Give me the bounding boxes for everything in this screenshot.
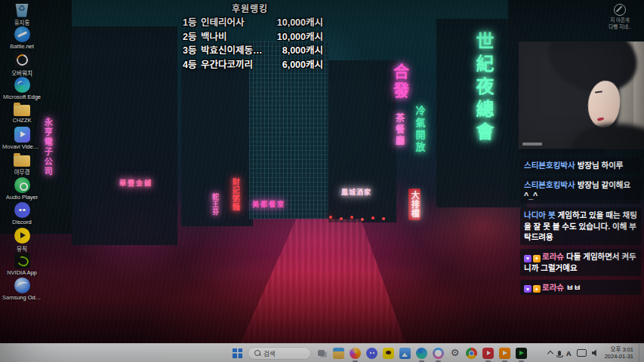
ranking-row: 3등박효신이제동…8,000캐시 (174, 42, 326, 57)
desktop-icon-label: 오버워치 (11, 69, 32, 77)
chat-username: 로라슈 (542, 252, 564, 261)
ranking-amount: 6,000캐시 (266, 57, 326, 71)
music-icon (14, 228, 30, 244)
kakaotalk-taskbar-icon[interactable] (383, 348, 394, 359)
taskbar-apps (316, 348, 527, 359)
ranking-rank: 3등 (174, 42, 201, 57)
edge-icon (14, 77, 30, 93)
ranking-name: 나비아이 (201, 70, 266, 72)
folder-icon (14, 105, 30, 116)
chat-message[interactable]: 스티븐호킹박사방장님 같이해요 ^_^ (520, 177, 641, 204)
desktop-icon-label: Microsoft Edge (3, 94, 41, 100)
movavi-icon (14, 127, 30, 143)
taskbar-clock[interactable]: 오후 3:01 2024-01-31 (605, 346, 633, 360)
nvidia-icon (14, 253, 30, 268)
heart-badge-icon: ♥ (524, 255, 532, 262)
desktop-icon-audio-player[interactable]: Audio Player (2, 177, 42, 202)
ranking-rows: 1등인테리어사10,000캐시2등백나비10,000캐시3등박효신이제동…8,0… (174, 14, 326, 72)
desktop-icon-edge[interactable]: Microsoft Edge (2, 77, 42, 102)
desktop-icon-nvidia[interactable]: NVIDIA App (2, 253, 42, 278)
potplayer-taskbar-icon[interactable] (499, 348, 510, 359)
desktop-icon-samsung[interactable]: Samsung Odys.. (2, 278, 42, 302)
edge-taskbar-icon[interactable] (416, 348, 427, 359)
desktop-icon-discord[interactable]: Discord (2, 202, 42, 227)
settings-taskbar-icon[interactable] (449, 348, 461, 359)
touch-keyboard-icon[interactable] (577, 349, 587, 357)
firefox-taskbar-icon[interactable] (350, 348, 361, 359)
chat-text: ㅂㅂ (566, 283, 581, 292)
desktop-screen: 世紀夜總會合發茶餐廳冷氣開放永亨電子公司財記粥麵蛇王芬美都餐室大排檔華豐金鋪鳳城… (0, 0, 644, 362)
ranking-rank: 1등 (174, 14, 201, 29)
ranking-row: 4등우간다코끼리6,000캐시 (174, 57, 326, 71)
search-input[interactable]: 검색 (248, 347, 311, 360)
green-play-taskbar-icon[interactable] (516, 348, 527, 359)
desktop-icon-folder[interactable]: CHZZK (2, 102, 42, 127)
chat-username: 나디아 봇 (524, 210, 556, 219)
desktop-icon-folder[interactable]: 야무경 (2, 152, 42, 177)
start-button[interactable] (233, 348, 242, 358)
search-icon (254, 350, 260, 356)
ime-indicator[interactable]: A (566, 349, 572, 357)
chrome-taskbar-icon[interactable] (466, 348, 477, 359)
ranking-amount: 4,000캐시 (266, 70, 326, 72)
desktop-icon-label: Samsung Odys.. (2, 294, 42, 301)
ranking-name: 백나비 (201, 29, 266, 43)
taskbar: 검색 A 오후 3:01 2024-01-31 (0, 343, 644, 362)
photos-taskbar-icon[interactable] (399, 348, 411, 359)
chat-overlay: 스티븐호킹박사방장님 하이루스티븐호킹박사방장님 같이해요 ^_^나디아 봇게임… (520, 149, 641, 295)
building-silhouette (328, 60, 396, 222)
clock-date: 2024-01-31 (605, 353, 633, 360)
neon-sign: 茶餐廳 (393, 113, 403, 147)
game-status-icon (614, 4, 626, 16)
ranking-rank: 5등 (174, 70, 201, 72)
neon-sign: 財記粥麵 (231, 178, 239, 211)
desktop-icon-label: Battle.net (10, 43, 34, 50)
youtube-taskbar-icon[interactable] (482, 348, 494, 359)
chat-message[interactable]: ♥✦로라슈다들 게임하면서 켜두니까 그럴거예요 (520, 249, 641, 275)
ranking-amount: 10,000캐시 (266, 29, 326, 43)
party-badge-icon: ✦ (533, 255, 541, 262)
chat-message[interactable]: ♥✦로라슈ㅂㅂ (520, 280, 641, 296)
desktop-icon-label: NVIDIA App (7, 269, 37, 276)
ranking-title: 후원랭킹 (174, 0, 326, 14)
desktop-icon-recycle-bin[interactable]: 휴지통 (2, 2, 42, 26)
chat-message[interactable]: 나디아 봇게임하고 있을 때는 채팅을 잘 못 볼 수도 있습니다. 이해 부탁… (520, 207, 641, 245)
ranking-name: 박효신이제동… (201, 42, 266, 57)
search-label: 검색 (263, 348, 276, 357)
show-desktop-button[interactable] (639, 344, 642, 362)
desktop-icon-label: 야무경 (14, 167, 30, 176)
chat-username: 로라슈 (542, 283, 564, 292)
volume-icon[interactable] (592, 349, 599, 357)
discord-taskbar-icon[interactable] (366, 348, 377, 359)
neon-sign: 華豐金鋪 (119, 179, 153, 187)
desktop-icon-movavi[interactable]: Movavi Video Edi.. (2, 127, 42, 152)
desktop-icon-battlenet[interactable]: Battle.net (2, 26, 42, 51)
neon-sign: 合發 (391, 63, 409, 101)
ranking-row: 1등인테리어사10,000캐시 (174, 14, 326, 29)
desktop-icon-column: 휴지통Battle.net오버워치Microsoft EdgeCHZZKMova… (2, 2, 42, 303)
task-view-taskbar-icon[interactable] (316, 348, 328, 359)
neon-sign: 美都餐室 (252, 201, 285, 208)
folder-icon (14, 155, 30, 167)
desktop-icon-music[interactable]: 뮤직 (2, 228, 42, 253)
tray-overflow-chevron-icon[interactable] (547, 351, 553, 357)
ranking-name: 우간다코끼리 (201, 57, 266, 71)
game-status-overlay: 지 아픈게 다행 지네.. (602, 4, 638, 31)
chat-text: 방장님 하이루 (578, 161, 624, 170)
donation-ranking-overlay: 후원랭킹 1등인테리어사10,000캐시2등백나비10,000캐시3등박효신이제… (174, 0, 326, 72)
clock-time: 오후 3:01 (605, 346, 633, 353)
discord-icon (14, 202, 30, 218)
file-explorer-taskbar-icon[interactable] (333, 348, 344, 359)
soop-taskbar-icon[interactable] (433, 348, 444, 359)
desktop-icon-label: Discord (12, 219, 31, 225)
party-badge-icon: ✦ (533, 285, 541, 293)
microphone-icon[interactable] (558, 351, 561, 356)
desktop-icon-overwatch[interactable]: 오버워치 (2, 52, 42, 77)
desktop-icon-label: Audio Player (6, 194, 39, 201)
game-status-text: 다행 지네.. (602, 24, 638, 31)
desktop-icon-label: Movavi Video Edi.. (2, 143, 42, 150)
chat-username: 스티븐호킹박사 (524, 180, 575, 189)
ranking-name: 인테리어사 (201, 14, 266, 29)
ranking-rank: 4등 (174, 57, 201, 71)
chat-message[interactable]: 스티븐호킹박사방장님 하이루 (520, 158, 641, 173)
